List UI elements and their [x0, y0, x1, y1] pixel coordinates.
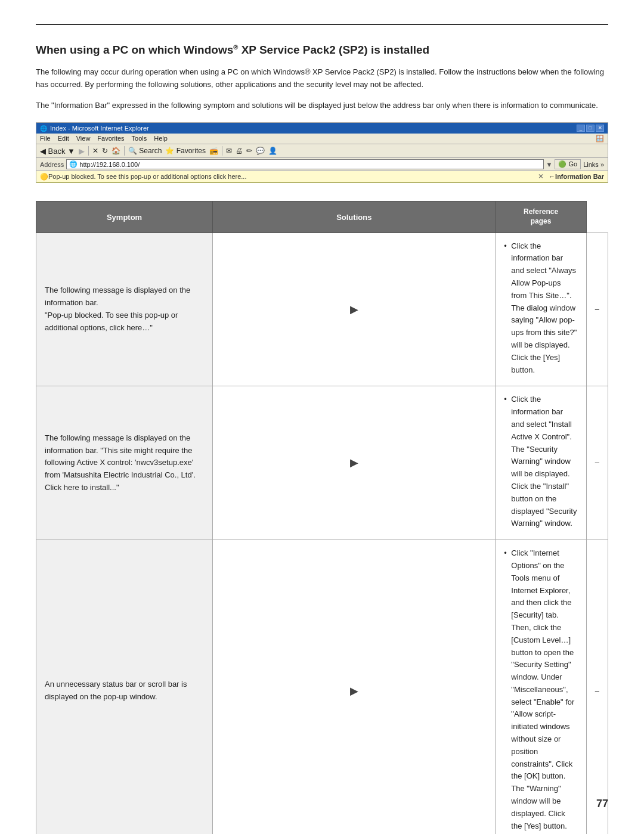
symptom-header: Symptom [36, 201, 213, 232]
info-bar-close[interactable]: ✕ [538, 172, 544, 181]
browser-toolbar: ◀ Back ▼ ▶ ✕ ↻ 🏠 🔍 Search ⭐ Favorites 📻 … [36, 144, 608, 158]
forward-btn[interactable]: ▶ [79, 147, 85, 156]
media-btn[interactable]: 📻 [209, 147, 218, 155]
symptom-cell-2: The following message is displayed on th… [36, 386, 213, 540]
solutions-header: Solutions [213, 201, 496, 232]
browser-menubar: File Edit View Favorites Tools Help 🪟 [36, 134, 608, 144]
intro-text: The following may occur during operation… [36, 66, 608, 91]
symptom-text-2: The following message is displayed on th… [45, 433, 196, 492]
table-row: The following message is displayed on th… [36, 232, 608, 386]
page-title: When using a PC on which Windows® XP Ser… [36, 43, 608, 58]
mail-btn[interactable]: ✉ [226, 147, 232, 155]
info-bar-note: The "Information Bar" expressed in the f… [36, 100, 608, 112]
separator2 [124, 146, 125, 156]
messenger-btn[interactable]: 👤 [268, 147, 277, 155]
info-bar-arrow-label: ← [549, 173, 555, 180]
menu-view[interactable]: View [76, 135, 91, 142]
arrow-cell-2: ▶ [213, 386, 496, 540]
solution-item-2-1: Click the information bar and select "In… [504, 393, 577, 530]
solution-item-3-1: Click "Internet Options" on the Tools me… [504, 547, 577, 832]
main-table: Symptom Solutions Reference pages The fo… [36, 201, 608, 834]
arrow-cell-3: ▶ [213, 540, 496, 834]
browser-close-btn[interactable]: ✕ [596, 125, 604, 132]
top-rule [36, 24, 608, 25]
separator3 [222, 146, 222, 156]
edit-btn[interactable]: ✏ [246, 147, 252, 155]
reference-cell-1: – [586, 232, 608, 386]
menu-help[interactable]: Help [154, 135, 168, 142]
reference-header: Reference pages [496, 201, 586, 232]
go-button[interactable]: 🟢 Go [555, 159, 581, 169]
menu-favorites[interactable]: Favorites [97, 135, 124, 142]
browser-title-left: 🌐 Index - Microsoft Internet Explorer [40, 125, 149, 132]
refresh-btn[interactable]: ↻ [102, 147, 108, 155]
browser-title-bar: 🌐 Index - Microsoft Internet Explorer _ … [36, 123, 608, 134]
arrow-cell-1: ▶ [213, 232, 496, 386]
menu-file[interactable]: File [40, 135, 51, 142]
menu-tools[interactable]: Tools [132, 135, 147, 142]
address-dropdown[interactable]: ▼ [546, 161, 553, 168]
back-btn[interactable]: ◀ Back ▼ [40, 147, 75, 156]
solutions-cell-3: Click "Internet Options" on the Tools me… [496, 540, 586, 834]
reference-cell-2: – [586, 386, 608, 540]
browser-minimize-btn[interactable]: _ [577, 125, 585, 132]
table-row: The following message is displayed on th… [36, 386, 608, 540]
arrow-icon-2: ▶ [350, 457, 358, 469]
arrow-icon-3: ▶ [350, 685, 358, 697]
info-bar-icon: 🟡 [40, 173, 48, 181]
separator1 [88, 146, 89, 156]
browser-logo: 🪟 [596, 135, 604, 142]
browser-icon: 🌐 [40, 125, 47, 132]
symptom-cell-1: The following message is displayed on th… [36, 232, 213, 386]
stop-btn[interactable]: ✕ [92, 147, 98, 155]
browser-address-bar: Address 🌐 http://192.168.0.100/ ▼ 🟢 Go L… [36, 158, 608, 171]
solutions-cell-1: Click the information bar and select "Al… [496, 232, 586, 386]
page-number: 77 [596, 798, 608, 810]
table-row: An unnecessary status bar or scroll bar … [36, 540, 608, 834]
menu-edit[interactable]: Edit [58, 135, 69, 142]
discuss-btn[interactable]: 💬 [256, 147, 265, 155]
search-btn[interactable]: 🔍 Search [128, 147, 162, 155]
info-bar-label: Information Bar [555, 173, 604, 180]
links-label[interactable]: Links » [583, 161, 604, 168]
symptom-text-1: The following message is displayed on th… [45, 286, 190, 331]
solution-item-1-1: Click the information bar and select "Al… [504, 240, 577, 377]
solutions-cell-2: Click the information bar and select "In… [496, 386, 586, 540]
address-value: http://192.168.0.100/ [79, 161, 140, 168]
browser-title-text: Index - Microsoft Internet Explorer [50, 125, 149, 132]
browser-information-bar: 🟡 Pop-up blocked. To see this pop-up or … [36, 171, 608, 182]
symptom-text-3: An unnecessary status bar or scroll bar … [45, 680, 187, 701]
browser-title-controls: _ □ ✕ [577, 125, 604, 132]
home-btn[interactable]: 🏠 [112, 147, 120, 155]
arrow-icon-1: ▶ [350, 303, 358, 315]
favorites-btn[interactable]: ⭐ Favorites [165, 147, 206, 155]
info-bar-text: Pop-up blocked. To see this pop-up or ad… [48, 173, 538, 180]
address-input[interactable]: 🌐 http://192.168.0.100/ [66, 159, 543, 169]
browser-maximize-btn[interactable]: □ [586, 125, 595, 132]
browser-mock: 🌐 Index - Microsoft Internet Explorer _ … [36, 122, 608, 183]
reference-cell-3: – [586, 540, 608, 834]
symptom-cell-3: An unnecessary status bar or scroll bar … [36, 540, 213, 834]
address-label: Address [40, 161, 64, 168]
print-btn[interactable]: 🖨 [236, 147, 243, 155]
